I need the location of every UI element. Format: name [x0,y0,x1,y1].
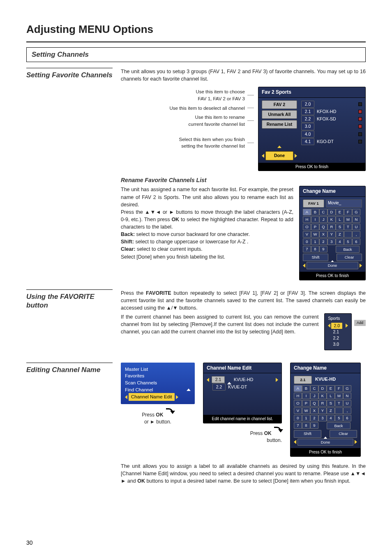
key[interactable]: K [327,216,336,223]
rename-list-button[interactable]: Rename List [262,120,297,129]
key[interactable]: W [311,231,319,238]
clear-button[interactable]: Clear [337,254,362,261]
key[interactable] [344,231,352,238]
key[interactable]: F [335,385,343,392]
key[interactable]: 8 [302,422,310,429]
done-button[interactable]: Done [307,262,358,269]
list-item[interactable]: Master List [125,366,191,373]
key[interactable]: M [335,393,343,399]
key[interactable]: 7 [294,422,302,429]
key[interactable]: L [336,216,344,223]
list-item[interactable]: Find Channel [125,386,185,393]
key[interactable]: 0 [303,238,311,245]
shift-button[interactable]: Shift [294,430,321,437]
key[interactable]: D [327,209,336,215]
name-input[interactable]: Movie_ [326,199,362,208]
list-item[interactable]: Favorites [125,372,191,379]
key[interactable]: X [310,407,318,414]
fav1-button[interactable]: FAV 1 [303,199,324,208]
list-item-selected[interactable]: Channel Name Edit [129,393,175,401]
key[interactable]: J [310,393,318,399]
key[interactable]: B [302,385,310,392]
key[interactable]: W [302,407,310,414]
key[interactable]: Z [336,231,344,238]
key[interactable]: U [343,400,351,407]
done-button[interactable]: Done [265,151,293,160]
channel-name[interactable]: KVUE-DT [228,384,278,390]
key[interactable]: 7 [303,246,311,252]
key[interactable]: 5 [335,415,343,421]
key[interactable]: R [318,400,327,407]
key[interactable]: J [319,216,327,223]
key[interactable]: L [327,393,335,399]
key[interactable]: T [335,400,343,407]
channel-row[interactable]: 4.0 [301,131,362,138]
channel-row[interactable]: 2.1KFOX-HD [301,108,362,115]
key[interactable]: 5 [344,238,352,245]
key[interactable]: 4 [327,415,335,421]
channel-name[interactable]: KVUE-HD [234,377,273,383]
key[interactable]: I [302,393,310,399]
key[interactable]: N [343,393,351,399]
channel-row[interactable]: 3.0 [301,123,362,130]
key[interactable]: 1 [302,415,310,421]
clear-button[interactable]: Clear [330,430,357,437]
key[interactable]: P [302,400,310,407]
key[interactable]: 9 [319,246,327,252]
channel-row[interactable]: 2.2KFOX-SD [301,116,362,123]
key[interactable]: H [294,393,302,399]
back-button[interactable]: Back [327,422,350,430]
channel-num[interactable]: 2.2 [212,384,226,391]
key[interactable]: , [352,231,360,238]
key[interactable]: , [343,407,351,414]
key[interactable]: O [294,400,302,407]
key[interactable]: 3 [327,238,336,245]
key[interactable]: 6 [352,238,360,245]
key[interactable]: 9 [310,422,318,429]
key[interactable]: 2 [310,415,318,421]
list-item[interactable]: Scan Channels [125,379,191,386]
key[interactable]: E [336,209,344,215]
key[interactable]: I [311,216,319,223]
key[interactable]: Y [327,231,336,238]
key[interactable]: S [327,400,335,407]
key[interactable]: B [311,209,319,215]
key[interactable]: A [303,209,311,215]
key[interactable]: O [303,224,311,230]
key[interactable]: A [294,385,302,392]
key[interactable]: 6 [343,415,351,421]
shift-button[interactable]: Shift [303,254,328,261]
key[interactable]: R [327,224,336,230]
key[interactable]: 8 [311,246,319,252]
unmark-all-button[interactable]: Unmark All [262,110,297,119]
key[interactable]: 1 [311,238,319,245]
key[interactable]: C [310,385,318,392]
add-badge[interactable]: Add [354,320,366,326]
key[interactable]: N [352,216,360,223]
fav2-button[interactable]: FAV 2 [262,100,297,109]
back-button[interactable]: Back [336,246,360,253]
key[interactable] [335,407,343,414]
channel-row[interactable]: 4.1KGO-DT [301,138,362,145]
key[interactable]: S [336,224,344,230]
key[interactable]: U [352,224,360,230]
key[interactable]: P [311,224,319,230]
key[interactable]: Z [327,407,335,414]
key[interactable]: 0 [294,415,302,421]
key[interactable]: K [318,393,327,399]
key[interactable]: Q [310,400,318,407]
key[interactable]: F [344,209,352,215]
key[interactable]: T [344,224,352,230]
key[interactable]: V [294,407,302,414]
key[interactable]: D [318,385,327,392]
key[interactable]: Y [318,407,327,414]
channel-num[interactable]: 2.1 [212,376,225,383]
key[interactable]: V [303,231,311,238]
key[interactable]: G [343,385,351,392]
key[interactable]: Q [319,224,327,230]
key[interactable]: 3 [318,415,327,421]
key[interactable]: X [319,231,327,238]
key[interactable]: G [352,209,360,215]
key[interactable]: E [327,385,335,392]
done-button[interactable]: Done [297,439,353,446]
